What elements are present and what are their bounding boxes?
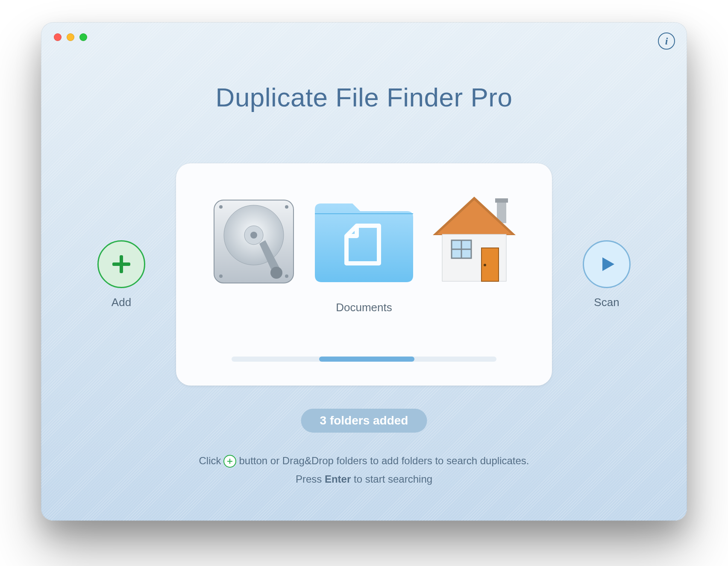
svg-point-9 bbox=[219, 274, 223, 278]
svg-point-8 bbox=[285, 205, 288, 209]
main-row: Add bbox=[41, 159, 687, 390]
svg-marker-21 bbox=[602, 257, 614, 271]
documents-folder-icon[interactable] bbox=[306, 184, 422, 291]
zoom-window-button[interactable] bbox=[79, 33, 87, 41]
scan-button-label: Scan bbox=[594, 296, 619, 309]
svg-rect-23 bbox=[227, 461, 232, 462]
info-button[interactable]: i bbox=[658, 32, 675, 50]
svg-point-10 bbox=[285, 274, 288, 278]
add-control: Add bbox=[87, 240, 156, 309]
folder-icons-row bbox=[205, 184, 523, 291]
folder-scrollbar-track[interactable] bbox=[232, 357, 496, 362]
plus-icon bbox=[223, 455, 236, 468]
info-icon: i bbox=[665, 35, 668, 47]
close-window-button[interactable] bbox=[54, 33, 62, 41]
folders-added-pill: 3 folders added bbox=[301, 409, 427, 433]
app-window: i Duplicate File Finder Pro Add bbox=[41, 22, 687, 521]
hard-drive-icon[interactable] bbox=[205, 192, 303, 291]
hint-line2-bold: Enter bbox=[325, 473, 351, 485]
svg-point-20 bbox=[484, 264, 486, 266]
hint-text: Click button or Drag&Drop folders to add… bbox=[41, 451, 687, 488]
drop-area[interactable]: Documents bbox=[176, 163, 552, 386]
hint-line1-after: button or Drag&Drop folders to add folde… bbox=[239, 451, 529, 470]
minimize-window-button[interactable] bbox=[67, 33, 74, 41]
svg-rect-12 bbox=[495, 198, 508, 203]
folder-scrollbar-thumb[interactable] bbox=[319, 357, 414, 362]
play-icon bbox=[596, 254, 617, 274]
app-title: Duplicate File Finder Pro bbox=[41, 82, 687, 112]
svg-point-5 bbox=[250, 232, 257, 239]
plus-icon bbox=[110, 253, 133, 276]
window-traffic-lights bbox=[54, 33, 87, 41]
scan-button[interactable] bbox=[583, 240, 631, 288]
hint-line1-before: Click bbox=[199, 451, 221, 470]
svg-point-7 bbox=[219, 205, 223, 209]
home-folder-icon[interactable] bbox=[425, 184, 523, 291]
svg-point-6 bbox=[270, 267, 282, 279]
selected-folder-label: Documents bbox=[336, 301, 392, 314]
hint-line2-before: Press bbox=[296, 473, 322, 485]
add-button[interactable] bbox=[97, 240, 145, 288]
add-button-label: Add bbox=[112, 296, 131, 309]
hint-line2-after: to start searching bbox=[354, 473, 432, 485]
svg-rect-1 bbox=[112, 262, 130, 266]
scan-control: Scan bbox=[572, 240, 641, 309]
